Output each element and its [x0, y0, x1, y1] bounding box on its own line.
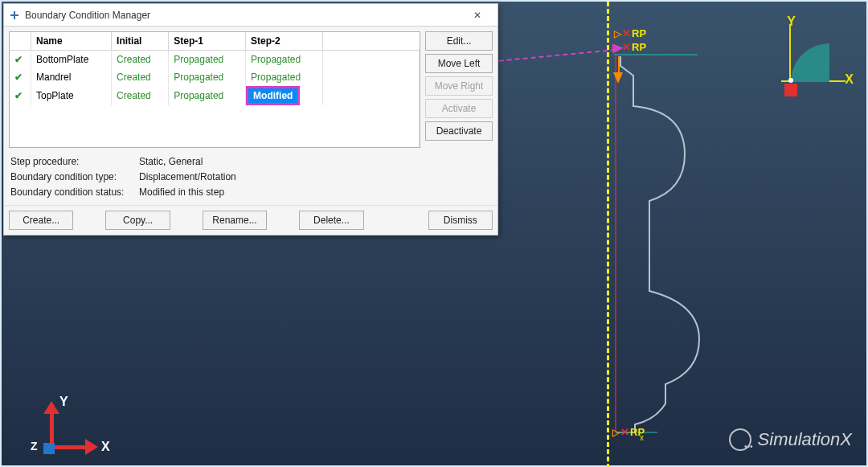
col-step-2[interactable]: Step-2: [246, 32, 323, 51]
rp-cross-icon: ✕: [620, 426, 629, 438]
cell-step1[interactable]: Propagated: [169, 51, 246, 68]
z-axis-icon: [43, 443, 55, 454]
table-row[interactable]: ✔MandrelCreatedPropagatedPropagated: [10, 68, 420, 86]
axis-label-x: X: [101, 440, 110, 454]
create-button[interactable]: Create...: [9, 211, 73, 230]
row-check-icon: ✔: [10, 86, 31, 105]
svg-rect-6: [14, 11, 15, 19]
cell-step1[interactable]: Propagated: [169, 68, 246, 86]
cell-step2[interactable]: Propagated: [246, 51, 323, 68]
dismiss-button[interactable]: Dismiss: [428, 211, 493, 230]
bc-triangle-icon: ▷: [614, 28, 621, 39]
bc-triangle-icon: ▷: [612, 427, 620, 438]
bc-info: Step procedure: Static, General Boundary…: [4, 148, 497, 205]
dialog-titlebar[interactable]: Boundary Condition Manager ✕: [4, 4, 497, 27]
table-header-row: Name Initial Step-1 Step-2: [10, 32, 420, 51]
bc-table[interactable]: Name Initial Step-1 Step-2 ✔BottomPlateC…: [9, 31, 420, 148]
rp-label-bottom: ▷✕RP: [612, 426, 645, 438]
cell-step1[interactable]: Propagated: [169, 86, 246, 105]
copy-button[interactable]: Copy...: [105, 211, 170, 230]
step-procedure-label: Step procedure:: [10, 154, 139, 170]
activate-button: Activate: [425, 99, 493, 118]
datum-origin-icon: [784, 84, 797, 96]
datum-sector-icon: [791, 43, 829, 82]
rp-label-top1: ▷✕RP: [614, 27, 646, 39]
delete-button[interactable]: Delete...: [299, 211, 363, 230]
row-check-icon: ✔: [10, 51, 31, 68]
axis-label-y: Y: [59, 395, 68, 409]
close-button[interactable]: ✕: [462, 6, 493, 25]
table-row[interactable]: ✔TopPlateCreatedPropagatedModified: [10, 86, 420, 105]
app-icon: [9, 10, 20, 21]
edit-button[interactable]: Edit...: [425, 31, 493, 51]
table-row[interactable]: ✔BottomPlateCreatedPropagatedPropagated: [10, 51, 420, 68]
step-procedure-value: Static, General: [139, 154, 203, 170]
bc-arrow-head-icon: [613, 72, 623, 84]
cell-step2[interactable]: Modified: [246, 86, 323, 105]
y-arrow-icon: [43, 401, 59, 414]
col-name[interactable]: Name: [31, 32, 112, 51]
annotation-arrow-head-icon: [612, 43, 624, 53]
cell-name[interactable]: Mandrel: [31, 68, 112, 86]
x-arrow-icon: [85, 439, 98, 455]
bc-manager-dialog: Boundary Condition Manager ✕ Name Initia…: [3, 3, 498, 236]
cell-initial[interactable]: Created: [112, 86, 169, 105]
watermark: ••• SimulationX: [729, 428, 852, 451]
table-row-empty: [10, 126, 420, 147]
axis-label-z: Z: [31, 440, 38, 453]
dialog-title: Boundary Condition Manager: [25, 10, 462, 21]
row-check-icon: ✔: [10, 68, 31, 86]
rp-cross-icon: ✕: [622, 27, 631, 39]
bc-status-value: Modified in this step: [139, 185, 224, 200]
bc-type-value: Displacement/Rotation: [139, 170, 236, 185]
model-geometry: Y x: [609, 50, 746, 444]
cell-step2[interactable]: Propagated: [246, 68, 323, 86]
watermark-text: SimulationX: [758, 429, 852, 450]
rename-button[interactable]: Rename...: [203, 211, 267, 230]
table-row-empty: [10, 105, 420, 126]
svg-text:Y: Y: [609, 412, 610, 421]
datum-label-y: Y: [787, 14, 796, 29]
datum-label-x: X: [845, 72, 854, 87]
watermark-icon: •••: [729, 428, 751, 451]
move-right-button: Move Right: [425, 76, 493, 96]
col-step-1[interactable]: Step-1: [169, 32, 246, 51]
modified-highlight[interactable]: Modified: [246, 86, 300, 105]
col-initial[interactable]: Initial: [112, 32, 169, 51]
cell-name[interactable]: TopPlate: [31, 86, 112, 105]
cell-initial[interactable]: Created: [112, 68, 169, 86]
cell-initial[interactable]: Created: [112, 51, 169, 68]
bc-status-label: Boundary condition status:: [10, 185, 139, 200]
bc-arrow-stem: [618, 56, 620, 72]
bc-type-label: Boundary condition type:: [10, 170, 139, 185]
viewport: Y x ▷✕RP ▷✕RP ▷✕RP Y X Z Y X ••• Simulat…: [0, 0, 868, 467]
cell-name[interactable]: BottomPlate: [31, 51, 112, 68]
move-left-button[interactable]: Move Left: [425, 54, 493, 73]
deactivate-button[interactable]: Deactivate: [425, 121, 493, 141]
